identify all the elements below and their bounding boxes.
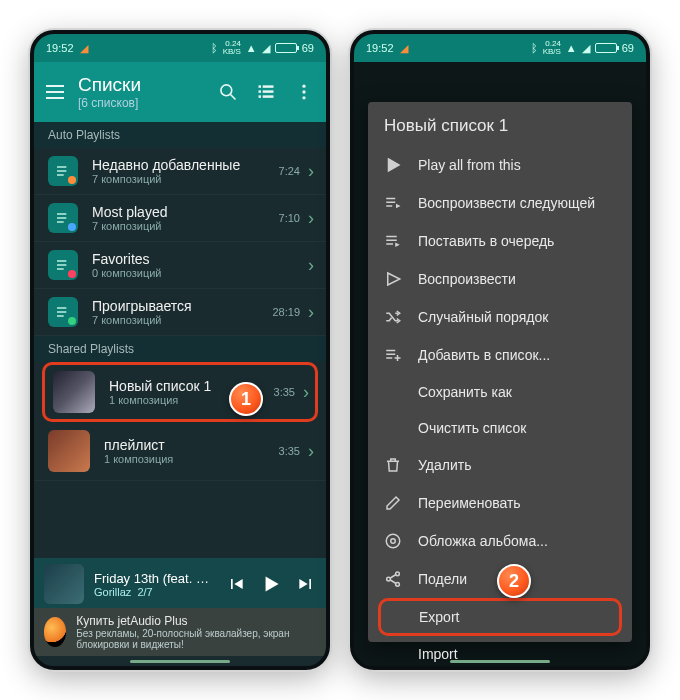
now-playing-song: Friday 13th (feat. Octav	[94, 571, 216, 586]
section-auto-playlists: Auto Playlists	[34, 122, 326, 148]
prev-icon[interactable]	[226, 574, 246, 594]
status-bar: 19:52 ◢ ᛒ 0.24KB/S ▲ ◢ 69	[354, 34, 646, 62]
search-icon[interactable]	[218, 82, 238, 102]
playlist-sub: 7 композиций	[92, 220, 279, 232]
signal-icon: ◢	[262, 42, 270, 55]
menu-item-shuffle[interactable]: Случайный порядок	[368, 298, 632, 336]
svg-rect-26	[386, 205, 392, 207]
next-icon[interactable]	[296, 574, 316, 594]
chevron-right-icon[interactable]: ›	[308, 302, 314, 323]
svg-rect-18	[57, 264, 66, 265]
playlist-duration: 7:24	[279, 165, 300, 177]
svg-rect-19	[57, 268, 64, 269]
now-playing-artwork	[44, 564, 84, 604]
menu-item-export[interactable]: Export	[378, 598, 622, 636]
playlist-row-highlighted[interactable]: Новый список 1 1 композиция 3:35 ›	[42, 362, 318, 422]
battery-pct: 69	[622, 42, 634, 54]
chevron-right-icon[interactable]: ›	[308, 161, 314, 182]
menu-item-play[interactable]: Воспроизвести	[368, 260, 632, 298]
svg-rect-35	[386, 357, 392, 359]
playlist-dot-icon	[68, 176, 76, 184]
menu-item-save-as[interactable]: Сохранить как	[368, 374, 632, 410]
menu-item-import[interactable]: Import	[368, 636, 632, 670]
playlist-dot-icon	[68, 317, 76, 325]
section-shared-playlists: Shared Playlists	[34, 336, 326, 362]
more-icon[interactable]	[294, 82, 314, 102]
status-time: 19:52	[46, 42, 74, 54]
svg-rect-14	[57, 213, 66, 214]
svg-point-37	[391, 539, 396, 544]
menu-item-play-all[interactable]: Play all from this	[368, 146, 632, 184]
svg-point-36	[386, 534, 400, 548]
svg-marker-31	[395, 243, 400, 248]
page-title: Списки	[78, 74, 204, 96]
battery-icon	[275, 43, 297, 53]
playlist-row[interactable]: плейлист 1 композиция 3:35 ›	[34, 422, 326, 481]
chevron-right-icon[interactable]: ›	[308, 208, 314, 229]
menu-item-clear[interactable]: Очистить список	[368, 410, 632, 446]
playlist-sub: 0 композиций	[92, 267, 300, 279]
chevron-right-icon[interactable]: ›	[308, 255, 314, 276]
svg-rect-25	[386, 202, 395, 204]
svg-rect-33	[386, 350, 395, 352]
svg-marker-32	[388, 273, 400, 285]
menu-item-delete[interactable]: Удалить	[368, 446, 632, 484]
svg-rect-4	[259, 90, 262, 93]
playlist-sub: 7 композиций	[92, 314, 272, 326]
home-indicator	[130, 660, 230, 663]
svg-rect-11	[57, 166, 66, 167]
menu-item-album-art[interactable]: Обложка альбома...	[368, 522, 632, 560]
svg-rect-24	[386, 198, 395, 200]
phone-right: 19:52 ◢ ᛒ 0.24KB/S ▲ ◢ 69 Новый список 1…	[350, 30, 650, 670]
playlist-name: Недавно добавленные	[92, 157, 279, 173]
step-badge-1: 1	[229, 382, 263, 416]
svg-rect-28	[386, 236, 397, 238]
status-bar: 19:52 ◢ ᛒ 0.24KB/S ▲ ◢ 69	[34, 34, 326, 62]
playlist-row[interactable]: Недавно добавленные 7 композиций 7:24 ›	[34, 148, 326, 195]
svg-line-1	[231, 95, 236, 100]
chevron-right-icon[interactable]: ›	[308, 441, 314, 462]
playlist-artwork	[48, 430, 90, 472]
battery-icon	[595, 43, 617, 53]
svg-rect-5	[263, 90, 274, 93]
now-playing-bar[interactable]: Friday 13th (feat. Octav Gorillaz 2/7	[34, 558, 326, 610]
now-playing-artist: Gorillaz 2/7	[94, 586, 216, 598]
playlist-row[interactable]: Most played 7 композиций 7:10 ›	[34, 195, 326, 242]
svg-rect-15	[57, 217, 66, 218]
svg-rect-13	[57, 174, 64, 175]
svg-rect-34	[386, 354, 395, 356]
chevron-right-icon[interactable]: ›	[303, 382, 309, 403]
svg-rect-16	[57, 221, 64, 222]
svg-rect-12	[57, 170, 66, 171]
app-header: Списки [6 списков]	[34, 62, 326, 122]
bluetooth-icon: ᛒ	[531, 42, 538, 54]
svg-rect-2	[259, 85, 262, 88]
svg-rect-30	[386, 243, 393, 245]
playlist-sub: 7 композиций	[92, 173, 279, 185]
ad-banner[interactable]: Купить jetAudio Plus Без рекламы, 20-пол…	[34, 608, 326, 656]
menu-item-play-next[interactable]: Воспроизвести следующей	[368, 184, 632, 222]
svg-rect-17	[57, 260, 66, 261]
playlist-dot-icon	[68, 270, 76, 278]
svg-point-10	[302, 96, 305, 99]
playlist-sub: 1 композиция	[104, 453, 279, 465]
svg-rect-29	[386, 240, 397, 242]
menu-item-queue[interactable]: Поставить в очередь	[368, 222, 632, 260]
svg-point-0	[221, 85, 232, 96]
menu-item-rename[interactable]: Переименовать	[368, 484, 632, 522]
playlist-duration: 3:35	[279, 445, 300, 457]
playlist-row[interactable]: Favorites 0 композиций ›	[34, 242, 326, 289]
status-time: 19:52	[366, 42, 394, 54]
play-icon[interactable]	[258, 571, 284, 597]
context-menu: Новый список 1 Play all from this Воспро…	[368, 102, 632, 642]
menu-icon[interactable]	[46, 85, 64, 99]
ad-subtitle: Без рекламы, 20-полосный эквалайзер, экр…	[76, 628, 316, 650]
playlist-name: Проигрывается	[92, 298, 272, 314]
wifi-icon: ▲	[246, 42, 257, 54]
svg-marker-27	[396, 204, 401, 209]
playlist-row[interactable]: Проигрывается 7 композиций 28:19 ›	[34, 289, 326, 336]
menu-item-add-to-list[interactable]: Добавить в список...	[368, 336, 632, 374]
view-options-icon[interactable]	[256, 82, 276, 102]
menu-title: Новый список 1	[368, 102, 632, 146]
playlist-artwork	[53, 371, 95, 413]
